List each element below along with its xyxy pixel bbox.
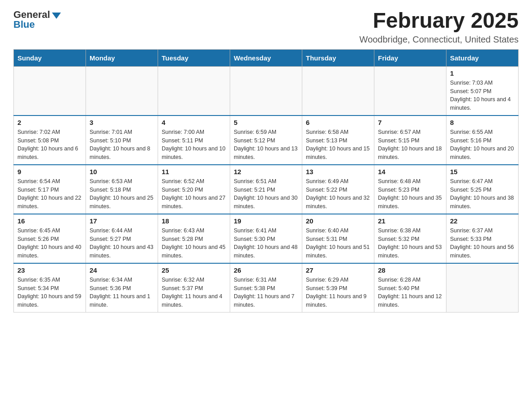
calendar-cell: [374, 66, 446, 116]
calendar-week-row: 23Sunrise: 6:35 AMSunset: 5:34 PMDayligh…: [14, 263, 519, 313]
page-header: General Blue February 2025 Woodbridge, C…: [13, 9, 519, 45]
day-number: 6: [306, 119, 370, 126]
day-info: Sunrise: 6:48 AMSunset: 5:23 PMDaylight:…: [378, 177, 442, 211]
day-info: Sunrise: 6:58 AMSunset: 5:13 PMDaylight:…: [306, 128, 370, 162]
day-number: 26: [234, 266, 298, 274]
calendar-cell: 9Sunrise: 6:54 AMSunset: 5:17 PMDaylight…: [14, 165, 86, 214]
day-info: Sunrise: 6:43 AMSunset: 5:28 PMDaylight:…: [162, 227, 226, 260]
day-info: Sunrise: 6:40 AMSunset: 5:31 PMDaylight:…: [306, 227, 370, 260]
day-info: Sunrise: 6:32 AMSunset: 5:37 PMDaylight:…: [162, 276, 226, 309]
day-info: Sunrise: 6:57 AMSunset: 5:15 PMDaylight:…: [378, 128, 442, 162]
calendar-cell: 14Sunrise: 6:48 AMSunset: 5:23 PMDayligh…: [374, 165, 446, 214]
calendar-cell: 26Sunrise: 6:31 AMSunset: 5:38 PMDayligh…: [230, 263, 302, 313]
calendar-cell: 13Sunrise: 6:49 AMSunset: 5:22 PMDayligh…: [302, 165, 374, 214]
day-number: 2: [17, 119, 82, 126]
calendar-cell: 15Sunrise: 6:47 AMSunset: 5:25 PMDayligh…: [446, 165, 519, 214]
day-info: Sunrise: 6:38 AMSunset: 5:32 PMDaylight:…: [378, 227, 442, 260]
day-info: Sunrise: 6:31 AMSunset: 5:38 PMDaylight:…: [234, 276, 298, 309]
day-info: Sunrise: 6:49 AMSunset: 5:22 PMDaylight:…: [306, 177, 370, 211]
day-info: Sunrise: 6:28 AMSunset: 5:40 PMDaylight:…: [378, 276, 442, 309]
day-info: Sunrise: 6:29 AMSunset: 5:39 PMDaylight:…: [306, 276, 370, 309]
day-info: Sunrise: 6:34 AMSunset: 5:36 PMDaylight:…: [90, 276, 154, 309]
calendar-cell: 20Sunrise: 6:40 AMSunset: 5:31 PMDayligh…: [302, 214, 374, 263]
calendar-day-header: Saturday: [446, 49, 519, 66]
calendar-cell: 2Sunrise: 7:02 AMSunset: 5:08 PMDaylight…: [14, 116, 86, 165]
calendar-cell: 12Sunrise: 6:51 AMSunset: 5:21 PMDayligh…: [230, 165, 302, 214]
day-info: Sunrise: 6:52 AMSunset: 5:20 PMDaylight:…: [162, 177, 226, 211]
day-number: 21: [378, 217, 442, 225]
calendar-cell: 24Sunrise: 6:34 AMSunset: 5:36 PMDayligh…: [86, 263, 158, 313]
day-number: 28: [378, 266, 442, 274]
day-info: Sunrise: 6:53 AMSunset: 5:18 PMDaylight:…: [90, 177, 154, 211]
day-number: 7: [378, 119, 442, 126]
calendar-day-header: Friday: [374, 49, 446, 66]
day-info: Sunrise: 7:00 AMSunset: 5:11 PMDaylight:…: [162, 128, 226, 162]
calendar-week-row: 2Sunrise: 7:02 AMSunset: 5:08 PMDaylight…: [14, 116, 519, 165]
calendar-cell: 22Sunrise: 6:37 AMSunset: 5:33 PMDayligh…: [446, 214, 519, 263]
calendar-cell: [14, 66, 86, 116]
day-number: 16: [17, 217, 82, 225]
calendar-cell: 7Sunrise: 6:57 AMSunset: 5:15 PMDaylight…: [374, 116, 446, 165]
day-number: 5: [234, 119, 298, 126]
calendar-cell: [230, 66, 302, 116]
day-number: 23: [17, 266, 82, 274]
calendar-cell: 11Sunrise: 6:52 AMSunset: 5:20 PMDayligh…: [158, 165, 230, 214]
day-number: 15: [450, 168, 515, 176]
calendar-cell: 23Sunrise: 6:35 AMSunset: 5:34 PMDayligh…: [14, 263, 86, 313]
logo: General Blue: [13, 9, 61, 30]
calendar-cell: 4Sunrise: 7:00 AMSunset: 5:11 PMDaylight…: [158, 116, 230, 165]
day-number: 4: [162, 119, 226, 126]
calendar-cell: 27Sunrise: 6:29 AMSunset: 5:39 PMDayligh…: [302, 263, 374, 313]
calendar-day-header: Sunday: [14, 49, 86, 66]
day-number: 17: [90, 217, 154, 225]
calendar-table: SundayMondayTuesdayWednesdayThursdayFrid…: [13, 49, 519, 313]
calendar-day-header: Thursday: [302, 49, 374, 66]
calendar-cell: 8Sunrise: 6:55 AMSunset: 5:16 PMDaylight…: [446, 116, 519, 165]
calendar-cell: 25Sunrise: 6:32 AMSunset: 5:37 PMDayligh…: [158, 263, 230, 313]
calendar-week-row: 1Sunrise: 7:03 AMSunset: 5:07 PMDaylight…: [14, 66, 519, 116]
day-number: 19: [234, 217, 298, 225]
day-number: 9: [17, 168, 82, 176]
calendar-cell: 19Sunrise: 6:41 AMSunset: 5:30 PMDayligh…: [230, 214, 302, 263]
logo-blue-text: Blue: [13, 19, 35, 30]
day-info: Sunrise: 6:51 AMSunset: 5:21 PMDaylight:…: [234, 177, 298, 211]
day-info: Sunrise: 6:47 AMSunset: 5:25 PMDaylight:…: [450, 177, 515, 211]
logo-arrow-icon: [52, 13, 61, 19]
calendar-cell: 6Sunrise: 6:58 AMSunset: 5:13 PMDaylight…: [302, 116, 374, 165]
day-info: Sunrise: 6:41 AMSunset: 5:30 PMDaylight:…: [234, 227, 298, 260]
day-info: Sunrise: 6:54 AMSunset: 5:17 PMDaylight:…: [17, 177, 82, 211]
title-section: February 2025 Woodbridge, Connecticut, U…: [360, 9, 519, 45]
day-number: 22: [450, 217, 515, 225]
location-subtitle: Woodbridge, Connecticut, United States: [360, 34, 519, 45]
calendar-day-header: Monday: [86, 49, 158, 66]
day-number: 27: [306, 266, 370, 274]
calendar-cell: 28Sunrise: 6:28 AMSunset: 5:40 PMDayligh…: [374, 263, 446, 313]
calendar-week-row: 9Sunrise: 6:54 AMSunset: 5:17 PMDaylight…: [14, 165, 519, 214]
day-info: Sunrise: 6:37 AMSunset: 5:33 PMDaylight:…: [450, 227, 515, 260]
day-info: Sunrise: 6:55 AMSunset: 5:16 PMDaylight:…: [450, 128, 515, 162]
calendar-cell: [158, 66, 230, 116]
day-info: Sunrise: 7:01 AMSunset: 5:10 PMDaylight:…: [90, 128, 154, 162]
calendar-cell: 10Sunrise: 6:53 AMSunset: 5:18 PMDayligh…: [86, 165, 158, 214]
day-number: 12: [234, 168, 298, 176]
day-number: 25: [162, 266, 226, 274]
calendar-cell: 16Sunrise: 6:45 AMSunset: 5:26 PMDayligh…: [14, 214, 86, 263]
calendar-cell: 5Sunrise: 6:59 AMSunset: 5:12 PMDaylight…: [230, 116, 302, 165]
day-info: Sunrise: 7:02 AMSunset: 5:08 PMDaylight:…: [17, 128, 82, 162]
day-number: 11: [162, 168, 226, 176]
calendar-header-row: SundayMondayTuesdayWednesdayThursdayFrid…: [14, 49, 519, 66]
day-info: Sunrise: 6:44 AMSunset: 5:27 PMDaylight:…: [90, 227, 154, 260]
day-info: Sunrise: 7:03 AMSunset: 5:07 PMDaylight:…: [450, 79, 515, 112]
day-info: Sunrise: 6:45 AMSunset: 5:26 PMDaylight:…: [17, 227, 82, 260]
day-number: 20: [306, 217, 370, 225]
day-number: 3: [90, 119, 154, 126]
calendar-cell: [302, 66, 374, 116]
month-year-title: February 2025: [360, 9, 519, 33]
day-number: 1: [450, 69, 515, 77]
calendar-cell: 17Sunrise: 6:44 AMSunset: 5:27 PMDayligh…: [86, 214, 158, 263]
calendar-cell: [446, 263, 519, 313]
calendar-cell: 18Sunrise: 6:43 AMSunset: 5:28 PMDayligh…: [158, 214, 230, 263]
day-number: 10: [90, 168, 154, 176]
day-number: 24: [90, 266, 154, 274]
day-number: 13: [306, 168, 370, 176]
